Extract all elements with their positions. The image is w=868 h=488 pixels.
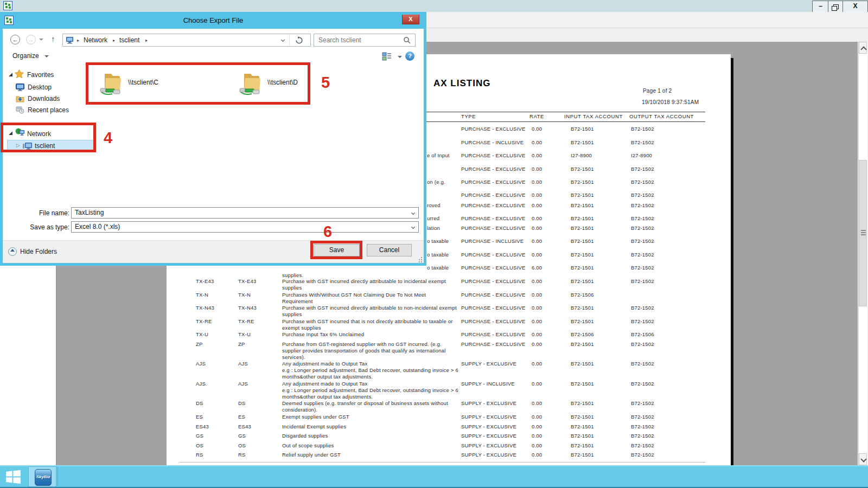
- row-type: PURCHASE - EXCLUSIVE: [461, 278, 526, 284]
- row-type: PURCHASE - EXCLUSIVE: [461, 331, 526, 337]
- sidebar-item-recent-places[interactable]: Recent places: [15, 105, 85, 115]
- scroll-up-button[interactable]: [859, 42, 867, 54]
- table-row: AJSAJSAny adjustment made to Output Taxe…: [167, 361, 709, 380]
- organize-caret-icon: [44, 55, 49, 57]
- row-output-account: B72-1502: [631, 318, 654, 324]
- sidebar-item-downloads[interactable]: Downloads: [15, 94, 85, 104]
- row-description-fragment: o taxable: [427, 265, 449, 271]
- sidebar-favorites-label[interactable]: Favorites: [27, 71, 54, 79]
- help-icon[interactable]: ?: [405, 52, 414, 61]
- row-output-account: B72-1502: [631, 278, 654, 284]
- resize-grip[interactable]: [417, 257, 423, 262]
- taskbar-skybiz-button[interactable]: SkyBiz: [28, 466, 56, 487]
- row-output-account: B72-1502: [631, 305, 654, 311]
- report-datetime: 19/10/2018 9:37:51AM: [642, 99, 699, 105]
- breadcrumb-tsclient[interactable]: tsclient: [119, 36, 139, 44]
- organize-button[interactable]: Organize: [12, 52, 39, 60]
- table-row: TX-UTX-UPurchase Input Tax 6% UnclaimedP…: [167, 331, 709, 338]
- row-output-account: B72-1502: [631, 238, 654, 244]
- row-type: PURCHASE - EXCLUSIVE: [461, 305, 526, 311]
- cancel-button[interactable]: Cancel: [367, 244, 412, 256]
- up-button[interactable]: ↑: [51, 34, 55, 43]
- vertical-scrollbar[interactable]: [858, 42, 867, 465]
- downloads-icon: [16, 95, 24, 102]
- row-type: PURCHASE - EXCLUSIVE: [461, 341, 526, 347]
- row-description-line: supplies: [282, 311, 302, 317]
- save-type-dropdown-icon[interactable]: [411, 225, 415, 229]
- row-description-line: e.g : Longer period adjustment, Bad Debt…: [282, 387, 458, 393]
- start-button[interactable]: [0, 466, 26, 487]
- row-description-line: supplier provides transportation of good…: [282, 348, 446, 354]
- row-output-account: B72-1502: [631, 400, 654, 406]
- row-output-account: B72-1502: [631, 225, 654, 231]
- file-name-input[interactable]: TaxListing: [71, 207, 419, 219]
- hide-folders-icon[interactable]: [8, 247, 17, 256]
- row-description-line: exempt supplies: [282, 325, 321, 331]
- row-input-account: B72-1501: [571, 202, 594, 208]
- scroll-down-button[interactable]: [859, 453, 867, 465]
- row-rate: 0.00: [532, 341, 542, 347]
- row-output-account: B72-1502: [631, 452, 654, 458]
- restore-button[interactable]: [828, 1, 844, 12]
- row-code: TX-N: [196, 292, 208, 298]
- row-code-2: TX-N: [238, 292, 251, 298]
- row-rate: 0.00: [532, 126, 542, 132]
- row-input-account: B72-1501: [571, 179, 594, 185]
- row-description-continuation: supplies.: [282, 272, 303, 278]
- search-icon[interactable]: [403, 36, 411, 44]
- row-code: GS: [196, 433, 203, 439]
- address-dropdown-icon[interactable]: [281, 38, 285, 42]
- annotation-label-4: 4: [104, 129, 112, 147]
- breadcrumb-sep-icon: ▸: [113, 38, 115, 43]
- breadcrumb-network[interactable]: Network: [84, 36, 107, 44]
- row-description-line: Any adjustment made to Output Tax: [282, 381, 367, 387]
- row-input-account: B72-1501: [571, 341, 594, 347]
- row-description-fragment: on (e.g.: [427, 179, 445, 185]
- row-description-line: Out of scope supplies: [282, 442, 334, 448]
- row-description-fragment: roved: [427, 202, 441, 208]
- row-rate: 0.00: [532, 225, 542, 231]
- view-options-icon[interactable]: [382, 52, 392, 61]
- row-code: OS: [196, 442, 203, 448]
- hide-folders-button[interactable]: Hide Folders: [20, 248, 57, 255]
- save-type-select[interactable]: Excel 8.0 (*.xls): [71, 221, 419, 233]
- row-rate: 6.00: [532, 265, 542, 271]
- sidebar-item-desktop[interactable]: Desktop: [15, 82, 85, 93]
- row-type: SUPPLY - EXCLUSIVE: [461, 400, 516, 406]
- address-bar[interactable]: ▸ Network ▸ tsclient ▸: [62, 34, 311, 47]
- minimize-button[interactable]: –: [812, 1, 829, 12]
- forward-button[interactable]: →: [26, 35, 36, 44]
- row-description-line: Purchases With/Without GST Not Claiming …: [282, 292, 426, 298]
- file-name-dropdown-icon[interactable]: [411, 211, 415, 215]
- back-button[interactable]: ←: [10, 35, 20, 44]
- annotation-label-5: 5: [321, 74, 330, 92]
- row-description-line: Purchase with GST incurred that is not d…: [282, 318, 453, 324]
- view-options-caret-icon[interactable]: [398, 56, 402, 58]
- dialog-close-button[interactable]: X: [402, 14, 419, 24]
- row-code-2: DS: [238, 400, 246, 406]
- row-type: SUPPLY - EXCLUSIVE: [461, 414, 516, 420]
- scrollbar-thumb[interactable]: [859, 160, 867, 306]
- row-input-account: B72-1501: [571, 126, 594, 132]
- dialog-title: Choose Export File: [0, 16, 426, 24]
- close-button[interactable]: X: [843, 1, 868, 12]
- refresh-icon[interactable]: [295, 36, 303, 44]
- row-output-account: B72-1502: [631, 442, 654, 448]
- annotation-box-6: [310, 241, 362, 259]
- search-input[interactable]: Search tsclient: [314, 34, 416, 47]
- table-row: ES43ES43Incidental Exempt suppliesSUPPLY…: [167, 423, 709, 430]
- file-name-label: File name:: [22, 209, 69, 217]
- row-description-line: Disgarded supplies: [282, 433, 328, 439]
- taskbar-separator: [58, 467, 58, 486]
- recent-locations-caret-icon[interactable]: [39, 38, 43, 41]
- row-type: SUPPLY - EXCLUSIVE: [461, 433, 516, 439]
- row-output-account: I27-8900: [631, 152, 652, 158]
- favorites-expander-icon[interactable]: ◢: [9, 72, 12, 77]
- row-input-account: B72-1501: [571, 400, 594, 406]
- row-type: PURCHASE - INCLUSIVE: [461, 139, 524, 145]
- row-rate: 0.00: [532, 452, 542, 458]
- row-code: AJS.: [196, 381, 207, 387]
- address-divider: [289, 34, 290, 46]
- column-header: INPUT TAX ACCOUNT: [564, 113, 623, 119]
- search-placeholder: Search tsclient: [318, 36, 361, 44]
